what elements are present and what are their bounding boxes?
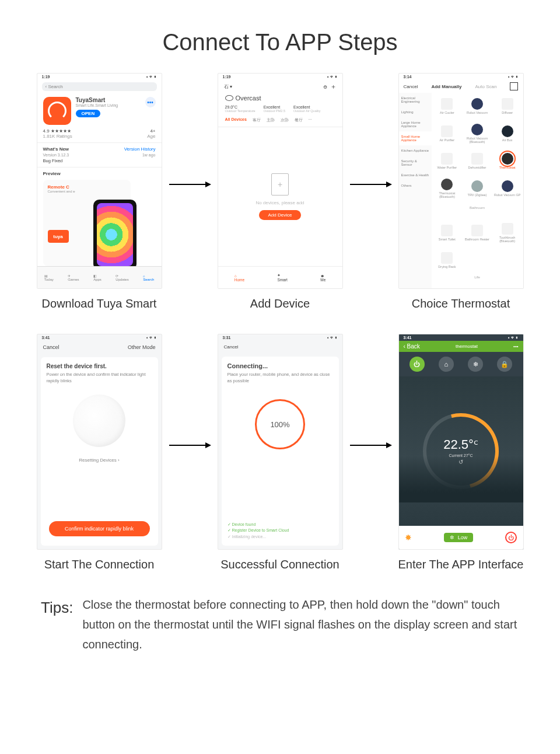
reset-device-screen: 3:41◂ ᯤ ▮ Cancel Other Mode Reset the de… [37, 334, 162, 550]
home-icon[interactable]: ⌂ [439, 357, 454, 372]
step-download: 1:19◂ ᯤ ▮ ‹ Search TuyaSmart Smart Life.… [18, 73, 181, 310]
tab-today[interactable]: ▤Today [44, 274, 54, 281]
lock-icon[interactable]: 🔒 [497, 357, 512, 372]
caption: Download Tuya Smart [42, 297, 157, 310]
tab-me[interactable]: ☻Me [320, 274, 326, 282]
cancel-link[interactable]: Cancel [224, 344, 239, 350]
tab-search[interactable]: ⌕Search [143, 274, 154, 281]
caption: Enter The APP Interface [398, 558, 524, 571]
arrow-icon [169, 184, 210, 185]
thermostat-item[interactable]: Thermostat [493, 149, 522, 173]
empty-placeholder-icon [271, 173, 289, 196]
screenshot-preview [93, 200, 136, 266]
caption: Start The Connection [44, 558, 155, 571]
signal-icon: ◂ ᯤ ▮ [508, 75, 519, 79]
cancel-link[interactable]: Cancel [404, 84, 418, 89]
signal-icon: ◂ ᯤ ▮ [327, 75, 338, 79]
signal-icon: ◂ ᯤ ▮ [146, 75, 157, 79]
step-add-device: 1:19◂ ᯤ ▮ 石 ▾ ⚙ ＋ Overcast 29.0°COutdoor… [198, 73, 362, 310]
appstore-screen: 1:19◂ ᯤ ▮ ‹ Search TuyaSmart Smart Life.… [37, 73, 162, 289]
more-icon[interactable]: ••• [513, 344, 518, 349]
tuya-logo-icon: tuya [48, 230, 69, 243]
page-title: Connect To APP Steps [0, 29, 560, 55]
category-sidebar: Electrical Engineering Lighting Large Ho… [399, 93, 432, 288]
tab-updates[interactable]: ⟳Updates [116, 274, 128, 281]
caption: Choice Thermostat [412, 297, 510, 310]
choose-device-screen: 3:14◂ ᯤ ▮ Cancel Add Manually Auto Scan … [398, 73, 524, 289]
tips-label: Tips: [41, 595, 73, 620]
back-button[interactable]: ‹ Back [404, 343, 420, 350]
home-dropdown[interactable]: 石 ▾ [224, 83, 232, 90]
back-search[interactable]: ‹ Search [42, 82, 157, 91]
preview-area: Remote C Convenient and e tuya [37, 180, 162, 266]
reset-guide-link[interactable]: Resetting Devices › [47, 458, 152, 463]
arrow-icon [350, 184, 391, 185]
mic-icon[interactable]: ⚙ [323, 85, 327, 90]
sun-icon[interactable]: ✸ [405, 533, 412, 542]
progress-ring: 100% [255, 399, 305, 449]
other-mode-link[interactable]: Other Mode [128, 344, 156, 350]
step-successful-connection: 3:31◂ ᯤ ▮ Cancel Connecting... Place you… [198, 334, 362, 571]
add-device-button[interactable]: Add Device [259, 210, 302, 220]
caption: Successful Connection [220, 558, 339, 571]
arrow-icon [169, 445, 210, 446]
caption: Add Device [250, 297, 310, 310]
tips-section: Tips: Close the thermostat before connec… [0, 571, 560, 654]
tab-games[interactable]: ✈Games [68, 274, 79, 281]
app-name: TuyaSmart [76, 97, 118, 103]
thermostat-screen: 3:41◂ ᯤ ▮ ‹ Back thermostat ••• ⏻ ⌂ ❄ 🔒 … [398, 334, 524, 550]
add-manually-tab[interactable]: Add Manually [431, 84, 461, 89]
set-temperature: 22.5°ᶜ [443, 437, 478, 452]
cloud-icon [225, 95, 233, 101]
plus-icon[interactable]: ＋ [330, 83, 337, 90]
step-choose-thermostat: 3:14◂ ᯤ ▮ Cancel Add Manually Auto Scan … [379, 73, 542, 310]
step-start-connection: 3:41◂ ᯤ ▮ Cancel Other Mode Reset the de… [18, 334, 181, 571]
sidebar-selected[interactable]: Small Home Appliance [399, 131, 432, 145]
step-app-interface: 3:41◂ ᯤ ▮ ‹ Back thermostat ••• ⏻ ⌂ ❄ 🔒 … [379, 334, 542, 571]
room-tabs[interactable]: All Devices客厅主卧次卧餐厅··· [218, 114, 342, 127]
fan-speed-button[interactable]: ✲Low [444, 533, 474, 542]
signal-icon: ◂ ᯤ ▮ [146, 336, 157, 340]
tips-body: Close the thermostat before connecting t… [82, 595, 519, 654]
connecting-screen: 3:31◂ ᯤ ▮ Cancel Connecting... Place you… [218, 334, 343, 550]
device-icon [73, 395, 125, 447]
power-button[interactable]: ⏻ [505, 532, 517, 543]
version-history-link[interactable]: Version History [124, 146, 156, 152]
tab-apps[interactable]: ◧Apps [93, 274, 102, 281]
cancel-link[interactable]: Cancel [43, 344, 60, 350]
tuya-home-screen: 1:19◂ ᯤ ▮ 石 ▾ ⚙ ＋ Overcast 29.0°COutdoor… [218, 73, 343, 289]
appstore-tabbar: ▤Today ✈Games ◧Apps ⟳Updates ⌕Search [37, 266, 162, 288]
scan-icon[interactable] [510, 82, 518, 90]
tuya-app-icon [43, 97, 71, 125]
power-toggle-icon[interactable]: ⏻ [410, 357, 425, 372]
open-button[interactable]: OPEN [76, 110, 101, 117]
more-button[interactable]: ••• [145, 97, 156, 107]
signal-icon: ◂ ᯤ ▮ [327, 336, 338, 340]
confirm-button[interactable]: Confirm indicator rapidly blink [49, 521, 150, 536]
mode-icon[interactable]: ❄ [468, 357, 483, 372]
tab-home[interactable]: ⌂Home [235, 274, 244, 282]
tab-smart[interactable]: ✦Smart [277, 273, 287, 282]
signal-icon: ◂ ᯤ ▮ [508, 336, 519, 340]
arrow-icon [350, 445, 391, 446]
device-title: thermostat [456, 344, 478, 349]
auto-scan-tab[interactable]: Auto Scan [475, 84, 497, 89]
